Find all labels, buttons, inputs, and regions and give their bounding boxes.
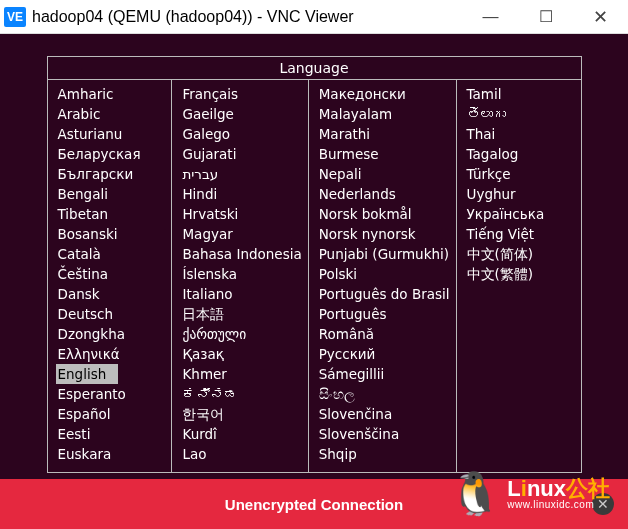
language-option[interactable]: Magyar [180,224,307,244]
language-option[interactable]: Русский [317,344,456,364]
language-column: МакедонскиMalayalamMarathiBurmeseNepaliN… [309,80,457,472]
language-grid: AmharicArabicAsturianuБеларускаяБългарск… [48,80,581,472]
language-option[interactable]: English [56,364,119,384]
language-option[interactable]: Polski [317,264,456,284]
window-titlebar: VE hadoop04 (QEMU (hadoop04)) - VNC View… [0,0,628,34]
language-column: FrançaisGaeilgeGalegoGujaratiעבריתHindiH… [172,80,308,472]
language-option[interactable]: Català [56,244,172,264]
language-option[interactable]: Norsk nynorsk [317,224,456,244]
maximize-button[interactable]: ☐ [518,0,573,33]
language-option[interactable]: Nederlands [317,184,456,204]
language-option[interactable]: Čeština [56,264,172,284]
language-option[interactable]: Hindi [180,184,307,204]
language-option[interactable]: Dansk [56,284,172,304]
language-option[interactable]: Deutsch [56,304,172,324]
language-option[interactable]: Eesti [56,424,172,444]
language-option[interactable]: Dzongkha [56,324,172,344]
language-option[interactable]: Thai [465,124,581,144]
minimize-button[interactable]: — [463,0,518,33]
vnc-viewport: Language AmharicArabicAsturianuБеларуска… [0,34,628,479]
language-option[interactable]: Bahasa Indonesia [180,244,307,264]
language-option[interactable]: ಕನ್ನಡ [180,384,307,404]
language-option[interactable]: Hrvatski [180,204,307,224]
language-option[interactable]: Українська [465,204,581,224]
language-option[interactable]: Asturianu [56,124,172,144]
language-option[interactable]: Khmer [180,364,307,384]
language-option[interactable]: Shqip [317,444,456,464]
language-option[interactable]: Nepali [317,164,456,184]
language-option[interactable]: Tiếng Việt [465,224,581,244]
language-panel-header: Language [48,57,581,80]
language-option[interactable]: Malayalam [317,104,456,124]
language-option[interactable]: Slovenčina [317,404,456,424]
language-option[interactable]: Punjabi (Gurmukhi) [317,244,456,264]
language-option[interactable]: Sámegillii [317,364,456,384]
language-option[interactable]: Bengali [56,184,172,204]
language-option[interactable]: Ελληνικά [56,344,172,364]
language-option[interactable]: Tagalog [465,144,581,164]
language-option[interactable]: සිංහල [317,384,456,404]
language-option[interactable]: Français [180,84,307,104]
language-column: AmharicArabicAsturianuБеларускаяБългарск… [48,80,173,472]
language-option[interactable]: Lao [180,444,307,464]
language-option[interactable]: Português do Brasil [317,284,456,304]
connection-warning-bar: Unencrypted Connection ✕ [0,479,628,529]
language-option[interactable]: 中文(简体) [465,244,581,264]
language-option[interactable]: 日本語 [180,304,307,324]
language-option[interactable]: Amharic [56,84,172,104]
language-option[interactable]: Marathi [317,124,456,144]
language-option[interactable]: Português [317,304,456,324]
language-option[interactable]: Íslenska [180,264,307,284]
language-option[interactable]: 한국어 [180,404,307,424]
language-option[interactable]: Bosanski [56,224,172,244]
language-option[interactable]: Tibetan [56,204,172,224]
language-option[interactable]: Македонски [317,84,456,104]
language-option[interactable]: Euskara [56,444,172,464]
language-option[interactable]: Български [56,164,172,184]
vnc-viewer-icon: VE [4,7,26,27]
connection-warning-text: Unencrypted Connection [225,496,403,513]
language-option[interactable]: Kurdî [180,424,307,444]
language-option[interactable]: Gaeilge [180,104,307,124]
language-option[interactable]: Burmese [317,144,456,164]
language-option[interactable]: Italiano [180,284,307,304]
warning-close-button[interactable]: ✕ [592,493,614,515]
language-option[interactable]: తెలుగు [465,104,581,124]
language-option[interactable]: Slovenščina [317,424,456,444]
language-option[interactable]: Gujarati [180,144,307,164]
language-option[interactable]: Galego [180,124,307,144]
language-option[interactable]: Türkçe [465,164,581,184]
language-option[interactable]: Esperanto [56,384,172,404]
language-option[interactable]: ქართული [180,324,307,344]
language-option[interactable]: Қазақ [180,344,307,364]
language-option[interactable]: Tamil [465,84,581,104]
language-option[interactable]: Español [56,404,172,424]
language-option[interactable]: עברית [180,164,307,184]
window-title: hadoop04 (QEMU (hadoop04)) - VNC Viewer [32,8,463,26]
close-button[interactable]: ✕ [573,0,628,33]
language-column: TamilతెలుగుThaiTagalogTürkçeUyghurУкраїн… [457,80,581,472]
language-option[interactable]: Română [317,324,456,344]
language-option[interactable]: Norsk bokmål [317,204,456,224]
language-option[interactable]: 中文(繁體) [465,264,581,284]
language-option[interactable]: Arabic [56,104,172,124]
window-controls: — ☐ ✕ [463,0,628,33]
language-option[interactable]: Беларуская [56,144,172,164]
language-selection-panel: Language AmharicArabicAsturianuБеларуска… [47,56,582,473]
language-option[interactable]: Uyghur [465,184,581,204]
